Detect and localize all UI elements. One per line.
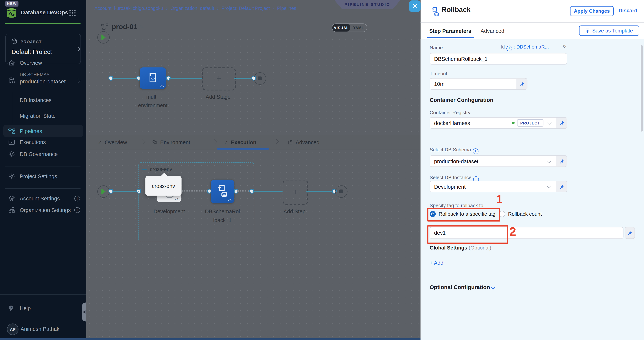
name-input[interactable] bbox=[430, 53, 567, 65]
svg-text:?: ? bbox=[10, 306, 12, 309]
sidebar-item-project-settings[interactable]: Project Settings bbox=[0, 171, 86, 182]
save-as-template-button[interactable]: Save as Template bbox=[579, 26, 639, 36]
radio-rollback-count-label[interactable]: Rollback count bbox=[508, 211, 542, 217]
chevron-down-icon bbox=[547, 184, 552, 188]
apply-changes-button[interactable]: Apply Changes bbox=[570, 6, 614, 16]
chevron-down-icon bbox=[547, 158, 552, 163]
governance-gear-icon bbox=[8, 151, 15, 158]
add-global-setting-link[interactable]: + Add bbox=[430, 260, 444, 266]
edit-id-pencil-icon[interactable]: ✎ bbox=[562, 44, 567, 50]
pipelines-icon bbox=[8, 127, 15, 134]
panel-scrollbar[interactable] bbox=[641, 45, 643, 132]
db-schemas-caption: DB SCHEMAS bbox=[20, 72, 50, 77]
schema-select[interactable]: production-dataset bbox=[430, 155, 567, 167]
info-icon[interactable]: i bbox=[74, 196, 80, 202]
tab-execution[interactable]: ✓Execution bbox=[224, 139, 256, 146]
step-node-dbschemarollback[interactable]: </> bbox=[211, 180, 234, 203]
sidebar: NEW Database DevOps PROJECT Default Proj… bbox=[0, 0, 86, 340]
sidebar-item-executions[interactable]: Executions bbox=[0, 137, 86, 148]
sidebar-collapse-handle[interactable] bbox=[82, 302, 86, 321]
info-icon[interactable]: i bbox=[473, 148, 478, 154]
tab-overview[interactable]: ✓Overview bbox=[98, 139, 127, 146]
close-icon: ✕ bbox=[412, 3, 418, 10]
tab-step-parameters[interactable]: Step Parameters bbox=[429, 28, 471, 34]
breadcrumb-bar: Account: kurosakiichigo.songoku›Organiza… bbox=[86, 0, 421, 19]
tab-panel-advanced[interactable]: Advanced bbox=[480, 28, 504, 34]
apps-grid-icon[interactable] bbox=[69, 10, 76, 16]
execution-start-node[interactable] bbox=[97, 185, 110, 198]
schema-value: production-dataset bbox=[430, 158, 548, 164]
stage-label[interactable]: multi-environment bbox=[136, 93, 169, 110]
runtime-pin-addon[interactable] bbox=[556, 181, 566, 192]
brand-divider bbox=[6, 23, 80, 24]
info-icon[interactable]: i bbox=[506, 45, 512, 51]
rollback-node-label[interactable]: DBSchemaRollback_1 bbox=[204, 207, 240, 225]
port bbox=[108, 189, 113, 193]
runtime-pin-addon[interactable] bbox=[624, 227, 635, 239]
group-label[interactable]: cross-env bbox=[150, 166, 172, 172]
sidebar-item-pipelines[interactable]: Pipelines bbox=[3, 125, 83, 137]
visual-yaml-toggle: VISUAL YAML bbox=[332, 24, 367, 32]
runtime-pin-addon[interactable] bbox=[556, 156, 566, 166]
breadcrumb-pipelines[interactable]: Pipelines bbox=[277, 6, 296, 11]
add-step-label[interactable]: Add Step bbox=[278, 207, 311, 216]
pipeline-header-row: prod-01 ✎ VISUAL YAML bbox=[86, 18, 421, 37]
add-step-button[interactable]: + bbox=[283, 180, 308, 205]
runtime-pin-addon[interactable] bbox=[516, 79, 527, 89]
add-stage-button[interactable]: + bbox=[202, 67, 236, 90]
pipeline-name: prod-01 bbox=[112, 23, 137, 31]
schema-label: Select DB Schemai bbox=[430, 147, 478, 154]
breadcrumb-project[interactable]: Project: Default Project bbox=[222, 6, 270, 11]
sidebar-item-help[interactable]: ? Help bbox=[0, 303, 86, 313]
sidebar-item-organization-settings[interactable]: Organization Settings i bbox=[0, 205, 86, 215]
add-stage-label[interactable]: Add Stage bbox=[202, 93, 234, 102]
close-panel-button[interactable]: ✕ bbox=[409, 0, 421, 12]
sidebar-item-account-settings[interactable]: Account Settings i bbox=[0, 193, 86, 204]
runtime-pin-addon[interactable] bbox=[556, 118, 566, 128]
toggle-yaml[interactable]: YAML bbox=[350, 24, 367, 32]
stop-icon bbox=[339, 189, 343, 193]
executions-icon bbox=[8, 139, 15, 146]
registry-control[interactable]: dockerHarness PROJECT bbox=[430, 117, 567, 129]
tab-environment[interactable]: Environment bbox=[152, 139, 190, 146]
timeout-input[interactable]: 10m bbox=[430, 81, 516, 87]
user-name[interactable]: Animesh Pathak bbox=[20, 326, 60, 332]
connector bbox=[253, 191, 283, 192]
collapse-minus-icon[interactable] bbox=[142, 169, 146, 170]
cross-env-tooltip: cross-env bbox=[146, 176, 182, 196]
discard-button[interactable]: Discard bbox=[618, 8, 637, 14]
pipeline-end-node[interactable] bbox=[254, 72, 266, 85]
stage-node-multi-environment[interactable]: </> </> bbox=[140, 67, 166, 89]
chevron-right-icon bbox=[76, 78, 80, 83]
breadcrumb-account[interactable]: Account: kurosakiichigo.songoku bbox=[94, 6, 163, 11]
sidebar-divider bbox=[0, 294, 86, 295]
sidebar-item-db-schemas[interactable]: DB SCHEMAS production-dataset bbox=[0, 71, 86, 91]
db-schema-icon bbox=[8, 77, 15, 84]
project-name: Default Project bbox=[12, 48, 52, 55]
sidebar-item-migration-state[interactable]: Migration State bbox=[0, 111, 86, 121]
info-icon[interactable]: i bbox=[74, 207, 80, 213]
sidebar-item-db-instances[interactable]: DB Instances bbox=[0, 95, 86, 106]
step-group-cross-env[interactable] bbox=[138, 162, 254, 242]
stage-tabstrip: ✓Overview Environment ✓Execution Advance… bbox=[86, 136, 421, 150]
optional-configuration-toggle[interactable]: Optional Configuration bbox=[430, 284, 490, 290]
sidebar-item-overview[interactable]: Overview bbox=[0, 58, 86, 68]
edit-pencil-icon[interactable]: ✎ bbox=[140, 24, 144, 30]
development-node-label[interactable]: Development bbox=[153, 207, 186, 216]
connector bbox=[169, 78, 202, 79]
stage-canvas[interactable] bbox=[86, 36, 421, 136]
active-tab-underline bbox=[217, 148, 269, 149]
pipeline-studio-badge: PIPELINE STUDIO bbox=[334, 0, 400, 9]
toggle-visual[interactable]: VISUAL bbox=[332, 24, 350, 32]
pipeline-start-node[interactable] bbox=[97, 31, 110, 44]
save-template-icon bbox=[585, 28, 590, 33]
sidebar-item-db-governance[interactable]: DB Governance bbox=[0, 149, 86, 159]
sidebar-divider bbox=[6, 188, 80, 189]
tab-advanced[interactable]: Advanced bbox=[288, 139, 320, 146]
user-avatar[interactable]: AP bbox=[7, 323, 18, 335]
breadcrumb-org[interactable]: Organization: default bbox=[170, 6, 214, 11]
instance-select[interactable]: Development bbox=[430, 181, 567, 192]
execution-end-node[interactable] bbox=[335, 185, 347, 198]
bottom-edge-strip bbox=[0, 338, 421, 340]
chevron-right-icon bbox=[140, 139, 145, 144]
